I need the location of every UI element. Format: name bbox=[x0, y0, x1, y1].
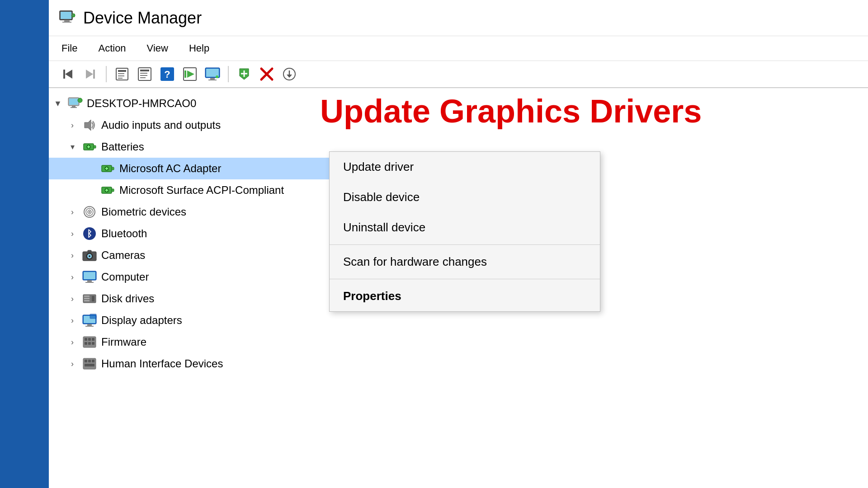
disk-drives-label: Disk drives bbox=[101, 292, 154, 305]
tree-item-cameras[interactable]: › Cameras bbox=[49, 244, 338, 266]
back-button[interactable] bbox=[58, 64, 78, 84]
svg-rect-96 bbox=[85, 364, 94, 366]
svg-text:ᛒ: ᛒ bbox=[87, 229, 92, 239]
human-interface-chevron: › bbox=[67, 359, 78, 369]
svg-rect-40 bbox=[72, 106, 75, 107]
svg-marker-6 bbox=[65, 70, 72, 79]
properties-list-button[interactable] bbox=[112, 64, 132, 84]
firmware-icon bbox=[81, 334, 98, 350]
tree-item-display-adapters[interactable]: › Display adapters bbox=[49, 310, 338, 331]
svg-rect-91 bbox=[92, 342, 94, 345]
content-area: ▼ DESKTOP-HMRCAO0 › bbox=[49, 88, 868, 488]
computer-chevron: › bbox=[67, 272, 78, 282]
download-button[interactable] bbox=[279, 64, 299, 84]
svg-text:?: ? bbox=[164, 69, 170, 80]
toolbar: ? bbox=[49, 61, 868, 88]
tree-item-disk-drives[interactable]: › Disk drives bbox=[49, 288, 338, 310]
tree-item-batteries[interactable]: ▾ Batteries bbox=[49, 136, 338, 158]
svg-rect-3 bbox=[62, 22, 71, 23]
context-properties[interactable]: Properties bbox=[330, 281, 600, 311]
root-label: DESKTOP-HMRCAO0 bbox=[87, 97, 196, 110]
tree-item-firmware[interactable]: › Firmware bbox=[49, 331, 338, 353]
display-adapters-chevron: › bbox=[67, 316, 78, 325]
update-driver-toolbar-button[interactable] bbox=[135, 64, 155, 84]
batteries-chevron: ▾ bbox=[67, 142, 78, 152]
svg-rect-1 bbox=[61, 12, 71, 19]
svg-rect-18 bbox=[140, 75, 147, 76]
audio-chevron: › bbox=[67, 121, 78, 130]
svg-rect-88 bbox=[92, 338, 94, 341]
bluetooth-chevron: › bbox=[67, 229, 78, 239]
tree-item-bluetooth[interactable]: › ᛒ Bluetooth bbox=[49, 223, 338, 244]
svg-rect-87 bbox=[88, 338, 91, 341]
svg-rect-50 bbox=[112, 167, 114, 170]
title-icon bbox=[58, 9, 76, 27]
svg-rect-79 bbox=[92, 296, 94, 301]
biometric-label: Biometric devices bbox=[101, 206, 186, 218]
forward-button[interactable] bbox=[80, 64, 100, 84]
menu-view[interactable]: View bbox=[143, 41, 172, 56]
cameras-label: Cameras bbox=[101, 249, 145, 262]
menu-file[interactable]: File bbox=[58, 41, 81, 56]
svg-rect-74 bbox=[85, 282, 94, 283]
svg-point-69 bbox=[89, 255, 90, 257]
context-sep-1 bbox=[330, 244, 600, 245]
svg-rect-12 bbox=[118, 73, 124, 74]
toolbar-sep-2 bbox=[228, 66, 229, 82]
svg-rect-17 bbox=[140, 73, 147, 74]
firmware-chevron: › bbox=[67, 338, 78, 347]
menu-help[interactable]: Help bbox=[185, 41, 213, 56]
svg-rect-19 bbox=[140, 77, 146, 78]
biometric-chevron: › bbox=[67, 207, 78, 217]
svg-rect-82 bbox=[87, 324, 92, 326]
ms-surface-label: Microsoft Surface ACPI-Compliant bbox=[119, 184, 284, 197]
run-button[interactable] bbox=[180, 64, 200, 84]
tree-item-ms-ac[interactable]: Microsoft AC Adapter bbox=[49, 158, 338, 179]
overlay-title: Update Graphics Drivers bbox=[320, 93, 702, 130]
svg-rect-24 bbox=[184, 70, 186, 78]
window-title: Device Manager bbox=[83, 9, 202, 28]
root-chevron: ▼ bbox=[52, 99, 63, 108]
sidebar bbox=[0, 0, 49, 488]
svg-rect-14 bbox=[118, 78, 123, 79]
tree-item-human-interface[interactable]: › Human Interface Devices bbox=[49, 353, 338, 375]
svg-rect-70 bbox=[88, 250, 91, 252]
context-uninstall-device[interactable]: Uninstall device bbox=[330, 212, 600, 243]
biometric-icon bbox=[81, 204, 98, 220]
help-button[interactable]: ? bbox=[157, 64, 177, 84]
svg-rect-73 bbox=[87, 280, 92, 282]
ms-surface-icon bbox=[99, 182, 116, 198]
svg-rect-86 bbox=[85, 338, 87, 341]
context-scan-changes[interactable]: Scan for hardware changes bbox=[330, 247, 600, 277]
svg-rect-28 bbox=[208, 80, 217, 80]
tree-item-computer[interactable]: › Computer bbox=[49, 266, 338, 288]
tree-item-biometric[interactable]: › Biometric devices bbox=[49, 201, 338, 223]
svg-rect-27 bbox=[210, 78, 215, 80]
svg-rect-77 bbox=[84, 298, 90, 299]
tree-item-ms-surface[interactable]: Microsoft Surface ACPI-Compliant bbox=[49, 179, 338, 201]
batteries-icon bbox=[81, 139, 98, 155]
svg-rect-72 bbox=[84, 272, 95, 279]
svg-rect-95 bbox=[92, 360, 94, 362]
computer-icon bbox=[81, 269, 98, 285]
tree-item-audio[interactable]: › Audio inputs and outputs bbox=[49, 114, 338, 136]
svg-rect-90 bbox=[88, 342, 91, 345]
tree-item-root[interactable]: ▼ DESKTOP-HMRCAO0 bbox=[49, 93, 338, 114]
svg-rect-45 bbox=[94, 145, 96, 148]
cameras-icon bbox=[81, 247, 98, 263]
remove-button[interactable] bbox=[257, 64, 277, 84]
svg-rect-11 bbox=[118, 70, 126, 72]
monitor-button[interactable] bbox=[203, 64, 222, 84]
menu-action[interactable]: Action bbox=[94, 41, 129, 56]
computer-label: Computer bbox=[101, 271, 149, 283]
svg-point-42 bbox=[78, 98, 82, 103]
context-disable-device[interactable]: Disable device bbox=[330, 182, 600, 212]
ms-ac-icon bbox=[99, 160, 116, 177]
context-menu: Update driver Disable device Uninstall d… bbox=[329, 151, 600, 312]
device-tree: ▼ DESKTOP-HMRCAO0 › bbox=[49, 88, 338, 488]
add-driver-button[interactable] bbox=[234, 64, 254, 84]
bluetooth-label: Bluetooth bbox=[101, 227, 147, 240]
context-update-driver[interactable]: Update driver bbox=[330, 152, 600, 182]
toolbar-sep-1 bbox=[106, 66, 107, 82]
svg-rect-89 bbox=[85, 342, 87, 345]
